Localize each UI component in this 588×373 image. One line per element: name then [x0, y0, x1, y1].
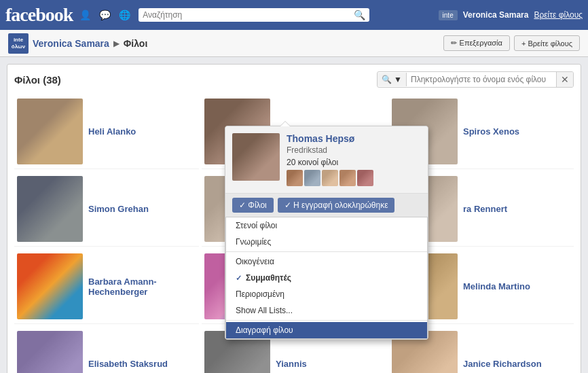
mutual-friend-avatar	[357, 170, 373, 186]
dropdown-item-acquaintances[interactable]: Γνωριμίες	[226, 234, 427, 250]
friend-name: Heli Alanko	[88, 126, 136, 137]
list-item[interactable]: Barbara Amann-Hechenberger	[14, 249, 199, 324]
dropdown-item-family[interactable]: Οικογένεια	[226, 253, 427, 270]
dropdown-item-close-friends[interactable]: Στενοί φίλοι	[226, 217, 427, 234]
list-item[interactable]: Elisabeth Staksrud	[14, 327, 199, 373]
friend-name: Melinda Martino	[463, 281, 530, 291]
list-item[interactable]: Heli Alanko	[14, 94, 199, 169]
popup-friend-name[interactable]: Thomas Hepsø	[287, 133, 421, 144]
dropdown-separator-2	[226, 320, 427, 321]
nav-user-name[interactable]: Veronica Samara	[463, 10, 529, 20]
dropdown-item-classmates[interactable]: ✓ Συμμαθητές	[226, 270, 427, 286]
search-bar: 🔍	[139, 8, 369, 22]
search-filter-button[interactable]: 🔍 ▼	[378, 73, 407, 86]
friends-header: Φίλοι (38) 🔍 ▼ ✕	[14, 71, 574, 88]
friend-popup: Thomas Hepsø Fredrikstad 20 κοινοί φίλοι…	[225, 126, 428, 340]
restricted-label: Περιορισμένη	[236, 289, 284, 299]
popup-info: Thomas Hepsø Fredrikstad 20 κοινοί φίλοι	[287, 133, 421, 186]
friends-search-bar: 🔍 ▼ ✕	[377, 71, 574, 88]
popup-buttons: ✓ Φίλοι ✓ Η εγγραφή ολοκληρώθηκε	[225, 194, 428, 217]
breadcrumb-arrow: ▶	[113, 39, 120, 48]
breadcrumb-user-name[interactable]: Veronica Samara	[33, 38, 109, 49]
friend-name: Yiannis	[276, 359, 307, 369]
breadcrumb-bar: inteόλων Veronica Samara ▶ Φίλοι ✏ Επεξε…	[0, 30, 588, 57]
breadcrumb-left: inteόλων Veronica Samara ▶ Φίλοι	[8, 33, 147, 54]
popup-top: Thomas Hepsø Fredrikstad 20 κοινοί φίλοι	[225, 126, 428, 194]
friend-photo	[17, 99, 83, 164]
facebook-logo: facebook	[5, 4, 73, 26]
friends-title: Φίλοι (38)	[14, 74, 61, 86]
acquaintances-label: Γνωριμίες	[236, 237, 271, 247]
friends-status-button[interactable]: ✓ Φίλοι	[232, 198, 274, 213]
person-nav-icon[interactable]: 👤	[79, 10, 91, 20]
popup-mutual-photos	[287, 170, 421, 186]
friend-name: Elisabeth Staksrud	[88, 359, 168, 369]
chat-nav-icon[interactable]: 💬	[99, 10, 111, 20]
popup-mutual-count[interactable]: 20 κοινοί φίλοι	[287, 158, 421, 167]
friend-name: Janice Richardson	[463, 359, 542, 369]
nav-right: inte Veronica Samara Βρείτε φίλους	[439, 10, 583, 20]
check-icon: ✓	[236, 274, 242, 283]
nav-find-friends[interactable]: Βρείτε φίλους	[534, 10, 583, 20]
dropdown-separator	[226, 251, 427, 252]
globe-nav-icon[interactable]: 🌐	[119, 10, 130, 20]
list-item[interactable]: Simon Grehan	[14, 172, 199, 247]
search-clear-icon[interactable]: ✕	[556, 72, 573, 87]
edit-button[interactable]: ✏ Επεξεργασία	[443, 35, 509, 51]
dropdown-item-show-all[interactable]: Show All Lists...	[226, 302, 427, 319]
registration-complete-button[interactable]: ✓ Η εγγραφή ολοκληρώθηκε	[278, 198, 395, 213]
family-label: Οικογένεια	[236, 257, 274, 266]
mutual-friend-avatar	[322, 170, 338, 186]
popup-friend-location: Fredrikstad	[287, 145, 421, 155]
friend-name: Simon Grehan	[88, 204, 149, 214]
friend-name: ra Rennert	[463, 204, 507, 214]
breadcrumb-right: ✏ Επεξεργασία + Βρείτε φίλους	[443, 35, 580, 51]
mutual-friend-avatar	[339, 170, 356, 186]
mutual-friend-avatar	[304, 170, 320, 186]
dropdown-item-delete-friend[interactable]: Διαγραφή φίλου	[226, 322, 427, 338]
search-icon[interactable]: 🔍	[354, 10, 365, 20]
friend-name: Barbara Amann-Hechenberger	[88, 277, 196, 297]
close-friends-label: Στενοί φίλοι	[236, 221, 277, 230]
top-navigation: facebook 👤 💬 🌐 🔍 inte Veronica Samara Βρ…	[0, 0, 588, 30]
dropdown-item-restricted[interactable]: Περιορισμένη	[226, 286, 427, 302]
friends-search-input[interactable]	[407, 73, 556, 86]
popup-friend-photo	[232, 133, 280, 181]
friend-photo	[17, 331, 83, 373]
nav-icon-group: 👤 💬 🌐	[79, 10, 130, 20]
search-input[interactable]	[143, 10, 351, 20]
friend-photo	[17, 253, 83, 319]
avatar: inteόλων	[8, 33, 29, 54]
breadcrumb-page: Φίλοι	[124, 38, 147, 49]
friend-photo	[17, 176, 83, 242]
show-all-label: Show All Lists...	[236, 306, 293, 315]
popup-caret	[280, 121, 291, 126]
user-badge: inte	[439, 10, 458, 20]
delete-friend-label: Διαγραφή φίλου	[236, 325, 293, 335]
classmates-label: Συμμαθητές	[246, 273, 291, 283]
friend-name: Spiros Xenos	[463, 126, 519, 137]
main-content: Φίλοι (38) 🔍 ▼ ✕ Heli Alanko Thomas Heps…	[7, 64, 581, 373]
find-friends-button[interactable]: + Βρείτε φίλους	[514, 35, 580, 51]
popup-dropdown-menu: Στενοί φίλοι Γνωριμίες Οικογένεια ✓ Συμμ…	[225, 217, 428, 339]
mutual-friend-avatar	[287, 170, 303, 186]
